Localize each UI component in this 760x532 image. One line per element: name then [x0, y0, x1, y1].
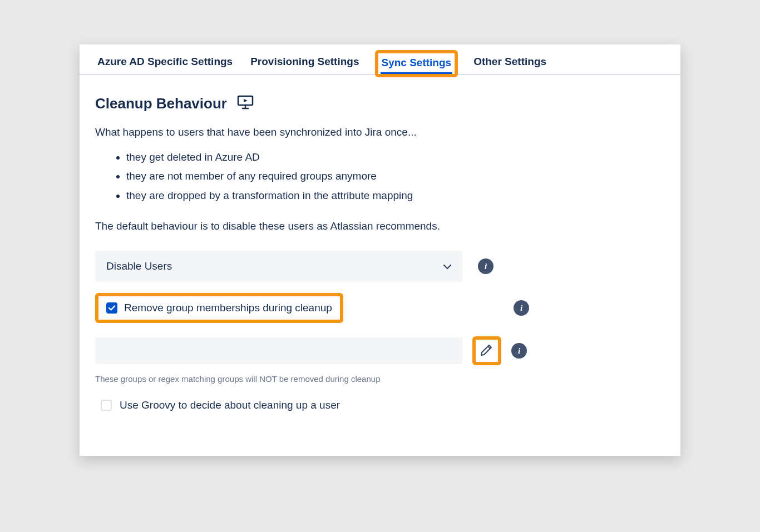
info-icon[interactable]: i [514, 300, 529, 316]
cleanup-action-select[interactable]: Disable Users [95, 251, 462, 282]
info-icon[interactable]: i [478, 258, 493, 274]
remove-groups-checkbox[interactable] [106, 302, 117, 314]
exclude-groups-row: i [95, 336, 665, 365]
presentation-icon[interactable] [237, 95, 254, 112]
highlight-remove-groups: Remove group memberships during cleanup [95, 293, 343, 323]
info-icon[interactable]: i [511, 343, 527, 359]
settings-panel: Azure AD Specific Settings Provisioning … [80, 44, 680, 456]
tab-bar: Azure AD Specific Settings Provisioning … [80, 44, 680, 75]
exclude-groups-helper: These groups or regex matching groups wi… [95, 374, 665, 384]
content-area: Cleanup Behaviour What happens to users … [80, 75, 680, 456]
groovy-checkbox[interactable] [101, 400, 112, 411]
highlight-sync-tab: Sync Settings [375, 50, 458, 77]
bullet-item: they are not member of any required grou… [126, 167, 665, 186]
bullet-item: they are dropped by a transformation in … [126, 186, 665, 205]
section-header: Cleanup Behaviour [95, 95, 665, 112]
remove-groups-row: Remove group memberships during cleanup … [95, 293, 529, 323]
intro-bullets: they get deleted in Azure AD they are no… [95, 148, 665, 205]
highlight-edit-button [472, 336, 501, 365]
groovy-row: Use Groovy to decide about cleaning up a… [95, 399, 665, 411]
default-note: The default behaviour is to disable thes… [95, 218, 665, 235]
exclude-groups-input[interactable] [95, 337, 462, 364]
tab-azure-ad-specific[interactable]: Azure AD Specific Settings [95, 52, 235, 74]
tab-sync-settings[interactable]: Sync Settings [381, 53, 453, 74]
select-value: Disable Users [106, 260, 172, 272]
remove-groups-label: Remove group memberships during cleanup [124, 302, 332, 314]
section-title: Cleanup Behaviour [95, 95, 227, 112]
bullet-item: they get deleted in Azure AD [126, 148, 665, 167]
pencil-icon[interactable] [480, 342, 494, 359]
groovy-label: Use Groovy to decide about cleaning up a… [120, 399, 340, 411]
intro-text: What happens to users that have been syn… [95, 125, 665, 141]
tab-other-settings[interactable]: Other Settings [471, 52, 549, 74]
chevron-down-icon [443, 260, 451, 272]
cleanup-action-row: Disable Users i [95, 251, 665, 282]
tab-provisioning-settings[interactable]: Provisioning Settings [248, 52, 361, 74]
